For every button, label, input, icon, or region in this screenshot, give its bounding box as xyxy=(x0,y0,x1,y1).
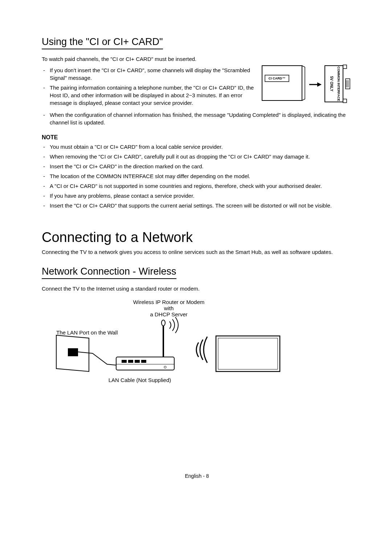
slot-5v-label: 5V ONLY xyxy=(330,76,334,91)
svg-rect-5 xyxy=(343,65,347,69)
list-item: The location of the COMMON INTERFACE slo… xyxy=(42,172,352,180)
list-item: You must obtain a "CI or CI+ CARD" from … xyxy=(42,143,352,151)
slot-common-interface-label: COMMON INTERFACE xyxy=(337,66,340,101)
svg-point-21 xyxy=(162,320,165,326)
svg-marker-3 xyxy=(317,82,322,87)
ci-card-fullwidth-list: When the configuration of channel inform… xyxy=(42,111,352,126)
list-item: When removing the "CI or CI+ CARD", care… xyxy=(42,153,352,160)
ci-card-diagram: CI CARD™ 5V ONLY COMMON INTERFACE xyxy=(261,64,352,106)
list-item: If you don't insert the "CI or CI+ CARD"… xyxy=(42,66,254,82)
network-diagram: Wireless IP Router or Modem with a DHCP … xyxy=(49,299,281,382)
note-heading: NOTE xyxy=(42,134,352,141)
wireless-intro: Connect the TV to the Internet using a s… xyxy=(42,286,352,292)
svg-rect-6 xyxy=(343,99,347,103)
list-item: If you have any problems, please contact… xyxy=(42,192,352,200)
svg-rect-23 xyxy=(218,338,278,369)
ci-card-label: CI CARD™ xyxy=(269,77,286,80)
svg-rect-0 xyxy=(262,66,302,100)
svg-rect-17 xyxy=(135,360,140,363)
note-list: You must obtain a "CI or CI+ CARD" from … xyxy=(42,143,352,209)
connecting-intro: Connecting the TV to a network gives you… xyxy=(42,249,352,255)
list-item: When the configuration of channel inform… xyxy=(42,111,352,126)
svg-rect-18 xyxy=(141,360,146,363)
section-heading-connecting: Connecting to a Network xyxy=(42,230,352,245)
svg-rect-15 xyxy=(122,360,127,363)
list-item: Insert the "CI or CI+ CARD" in the direc… xyxy=(42,163,352,170)
list-item: Insert the "CI or CI+ CARD" that support… xyxy=(42,202,352,209)
svg-rect-12 xyxy=(68,348,78,356)
list-item: A "CI or CI+ CARD" is not supported in s… xyxy=(42,182,352,190)
list-item: The pairing information containing a tel… xyxy=(42,84,254,107)
ci-card-intro: To watch paid channels, the "CI or CI+ C… xyxy=(42,56,352,62)
section-heading-wireless: Network Connection - Wireless xyxy=(42,266,176,279)
page-footer: English - 8 xyxy=(42,473,352,479)
svg-rect-16 xyxy=(128,360,133,363)
section-heading-ci-card: Using the "CI or CI+ CARD" xyxy=(42,36,163,49)
ci-card-top-list: If you don't insert the "CI or CI+ CARD"… xyxy=(42,66,254,107)
